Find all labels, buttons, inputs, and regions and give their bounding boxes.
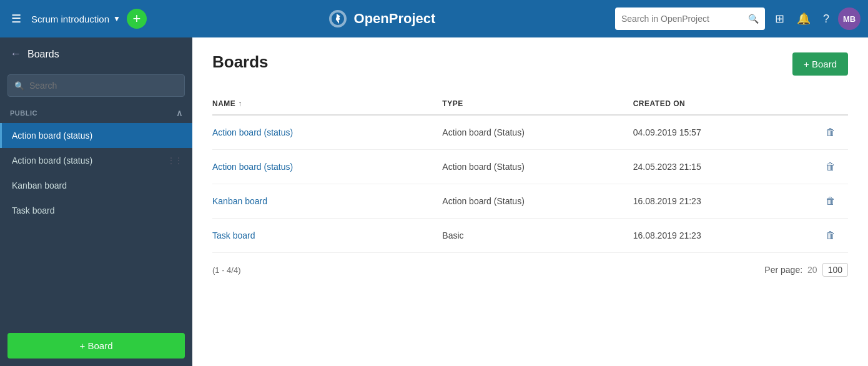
svg-point-0: [336, 17, 340, 21]
board-name-link-3[interactable]: Task board: [212, 230, 255, 240]
col-name-header[interactable]: NAME ↑: [212, 93, 435, 115]
per-page-label: Per page:: [764, 265, 802, 275]
user-avatar[interactable]: MB: [838, 7, 861, 30]
sidebar-group-label: PUBLIC: [10, 109, 37, 117]
main-layout: ← Boards 🔍 PUBLIC ∧ Action board (status…: [0, 37, 868, 366]
sidebar-item-1[interactable]: Action board (status) ⋮⋮: [0, 148, 192, 173]
project-selector[interactable]: Scrum introduction ▼: [31, 14, 121, 24]
board-name-cell: Kanban board: [212, 184, 435, 219]
per-page-100[interactable]: 100: [822, 263, 848, 277]
sidebar-item-label-0: Action board (status): [12, 131, 92, 141]
add-board-button[interactable]: + Board: [792, 52, 848, 76]
help-icon[interactable]: ?: [819, 10, 833, 28]
sidebar-title: Boards: [27, 49, 59, 60]
board-created-cell-3: 16.08.2019 21:23: [626, 219, 785, 253]
nav-icons-group: ⊞ 🔔 ? MB: [771, 7, 861, 30]
board-type-cell-3: Basic: [435, 219, 625, 253]
board-type-cell-0: Action board (Status): [435, 115, 625, 150]
per-page-20[interactable]: 20: [807, 265, 817, 275]
col-actions-header: [784, 93, 848, 115]
sidebar-item-label-2: Kanban board: [12, 181, 67, 190]
hamburger-icon[interactable]: ☰: [7, 8, 25, 29]
boards-table: NAME ↑ TYPE CREATED ON Action board (sta…: [212, 93, 848, 253]
sidebar-add-board-button[interactable]: + Board: [7, 333, 185, 359]
sort-arrow-icon: ↑: [238, 99, 242, 108]
delete-board-button-3[interactable]: 🗑: [821, 227, 841, 244]
top-nav: ☰ Scrum introduction ▼ + OpenProject 🔍 ⊞…: [0, 0, 868, 37]
sidebar-item-label-1: Action board (status): [12, 156, 92, 166]
collapse-icon[interactable]: ∧: [176, 108, 183, 118]
board-name-link-1[interactable]: Action board (status): [212, 162, 293, 172]
sidebar-search-icon: 🔍: [14, 81, 24, 91]
board-name-cell: Action board (status): [212, 115, 435, 150]
board-name-link-0[interactable]: Action board (status): [212, 127, 293, 137]
delete-board-button-1[interactable]: 🗑: [821, 159, 841, 175]
logo-icon: [327, 7, 349, 30]
page-title: Boards: [212, 52, 269, 72]
sidebar-item-2[interactable]: Kanban board: [0, 173, 192, 198]
table-row: Kanban board Action board (Status) 16.08…: [212, 184, 848, 219]
sidebar-item-3[interactable]: Task board: [0, 198, 192, 223]
global-search-box[interactable]: 🔍: [615, 7, 765, 30]
project-name-label: Scrum introduction: [31, 14, 109, 24]
board-created-cell-0: 04.09.2019 15:57: [626, 115, 785, 150]
board-name-link-2[interactable]: Kanban board: [212, 196, 267, 206]
board-actions-cell-0: 🗑: [784, 115, 848, 150]
sidebar-search-input[interactable]: [29, 81, 178, 91]
table-row: Task board Basic 16.08.2019 21:23 🗑: [212, 219, 848, 253]
board-actions-cell-1: 🗑: [784, 150, 848, 184]
chevron-down-icon: ▼: [113, 14, 121, 23]
board-type-cell-1: Action board (Status): [435, 150, 625, 184]
back-arrow-icon[interactable]: ←: [10, 47, 21, 61]
board-name-cell: Action board (status): [212, 150, 435, 184]
sidebar-item-label-3: Task board: [12, 205, 54, 215]
col-created-header[interactable]: CREATED ON: [626, 93, 785, 115]
board-created-cell-1: 24.05.2023 21:15: [626, 150, 785, 184]
app-name-label: OpenProject: [354, 11, 436, 27]
sidebar-search-box[interactable]: 🔍: [7, 74, 185, 97]
grid-icon[interactable]: ⊞: [771, 9, 788, 28]
delete-board-button-2[interactable]: 🗑: [821, 193, 841, 209]
sidebar: ← Boards 🔍 PUBLIC ∧ Action board (status…: [0, 37, 192, 366]
col-type-header[interactable]: TYPE: [435, 93, 625, 115]
pagination-info: (1 - 4/4): [212, 265, 241, 275]
global-search-input[interactable]: [621, 14, 743, 24]
board-created-cell-2: 16.08.2019 21:23: [626, 184, 785, 219]
search-icon: 🔍: [748, 14, 759, 24]
table-row: Action board (status) Action board (Stat…: [212, 115, 848, 150]
delete-board-button-0[interactable]: 🗑: [821, 124, 841, 141]
sidebar-item-0[interactable]: Action board (status): [0, 123, 192, 148]
app-logo: OpenProject: [153, 7, 609, 30]
main-content: Boards + Board NAME ↑ TYPE CREATED ON: [192, 37, 868, 366]
bell-icon[interactable]: 🔔: [793, 9, 814, 28]
table-header-row: NAME ↑ TYPE CREATED ON: [212, 93, 848, 115]
sidebar-section-header: PUBLIC ∧: [0, 103, 192, 123]
add-project-button[interactable]: +: [127, 9, 147, 29]
board-actions-cell-2: 🗑: [784, 184, 848, 219]
board-type-cell-2: Action board (Status): [435, 184, 625, 219]
board-name-cell: Task board: [212, 219, 435, 253]
per-page-section: Per page: 20 100: [764, 263, 848, 277]
table-row: Action board (status) Action board (Stat…: [212, 150, 848, 184]
board-actions-cell-3: 🗑: [784, 219, 848, 253]
content-header: Boards + Board: [212, 52, 848, 76]
sidebar-header: ← Boards: [0, 37, 192, 71]
table-footer: (1 - 4/4) Per page: 20 100: [212, 253, 848, 277]
drag-handle-icon: ⋮⋮: [167, 156, 182, 165]
